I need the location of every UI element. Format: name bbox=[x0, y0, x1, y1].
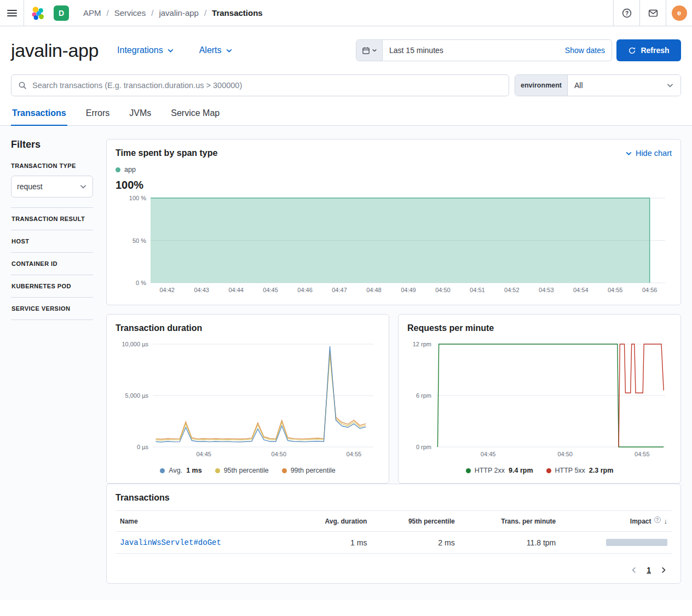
transaction-duration-chart[interactable]: 0 µs5,000 µs10,000 µs04:4504:5004:55 bbox=[116, 341, 380, 460]
page-header: javalin-app Integrations Alerts bbox=[0, 26, 692, 61]
column-impact[interactable]: Impact?↓ bbox=[560, 511, 672, 532]
svg-text:04:51: 04:51 bbox=[470, 287, 485, 293]
legend-dot bbox=[466, 468, 471, 473]
svg-text:5,000 µs: 5,000 µs bbox=[125, 392, 149, 399]
hamburger-icon bbox=[7, 8, 17, 18]
transaction-type-label: TRANSACTION TYPE bbox=[11, 162, 93, 169]
next-page-button[interactable] bbox=[660, 566, 667, 574]
legend-item-p95[interactable]: 95th percentile bbox=[215, 467, 269, 474]
sort-desc-icon: ↓ bbox=[664, 517, 668, 525]
show-dates-button[interactable]: Show dates bbox=[558, 46, 612, 55]
table-header-row: Name Avg. duration 95th percentile Trans… bbox=[116, 511, 672, 532]
legend-item-p99[interactable]: 99th percentile bbox=[282, 467, 336, 474]
search-transactions-input[interactable] bbox=[31, 80, 502, 90]
hide-chart-button[interactable]: Hide chart bbox=[625, 149, 672, 158]
chevron-down-icon bbox=[167, 47, 174, 54]
legend-dot bbox=[160, 468, 165, 473]
requests-per-minute-legend: HTTP 2xx 9.4 rpm HTTP 5xx 2.3 rpm bbox=[407, 467, 672, 474]
svg-text:04:50: 04:50 bbox=[435, 287, 451, 293]
legend-item-http-5xx[interactable]: HTTP 5xx 2.3 rpm bbox=[546, 467, 614, 474]
tab-service-map[interactable]: Service Map bbox=[170, 107, 221, 126]
filter-service-version[interactable]: SERVICE VERSION bbox=[11, 298, 93, 319]
filter-kubernetes-pod[interactable]: KUBERNETES POD bbox=[11, 275, 93, 297]
svg-text:04:49: 04:49 bbox=[401, 287, 416, 293]
svg-text:04:45: 04:45 bbox=[263, 287, 278, 293]
time-range-value[interactable]: Last 15 minutes bbox=[383, 46, 558, 55]
requests-per-minute-chart[interactable]: 0 rpm6 rpm12 rpm04:4504:5004:55 bbox=[407, 341, 672, 460]
menu-toggle-button[interactable] bbox=[0, 0, 24, 26]
previous-page-button[interactable] bbox=[630, 566, 638, 574]
integrations-menu[interactable]: Integrations bbox=[117, 45, 174, 55]
column-avg-duration[interactable]: Avg. duration bbox=[291, 511, 372, 532]
chevron-down-icon bbox=[372, 48, 377, 53]
svg-text:04:55: 04:55 bbox=[635, 451, 650, 457]
quick-select-menu-button[interactable] bbox=[356, 40, 383, 61]
p95-value: 2 ms bbox=[371, 532, 459, 554]
chevron-down-icon bbox=[625, 150, 632, 157]
legend-item-http-2xx[interactable]: HTTP 2xx 9.4 rpm bbox=[466, 467, 533, 474]
requests-per-minute-title: Requests per minute bbox=[407, 323, 672, 333]
svg-text:0 rpm: 0 rpm bbox=[416, 444, 431, 450]
space-switcher[interactable]: D bbox=[51, 0, 71, 26]
page-number-current[interactable]: 1 bbox=[647, 566, 651, 574]
span-type-panel: Time spent by span type Hide chart app 1… bbox=[106, 139, 681, 305]
filters-sidebar: Filters TRANSACTION TYPE request TRANSAC… bbox=[11, 139, 93, 320]
legend-item-avg[interactable]: Avg. 1 ms bbox=[160, 467, 201, 474]
alerts-menu[interactable]: Alerts bbox=[199, 45, 233, 55]
legend-dot bbox=[116, 167, 120, 172]
svg-text:10,000 µs: 10,000 µs bbox=[122, 341, 148, 347]
environment-filter: environment All bbox=[515, 74, 681, 96]
svg-text:100 %: 100 % bbox=[129, 195, 146, 201]
svg-text:04:45: 04:45 bbox=[196, 451, 211, 457]
breadcrumb-services[interactable]: Services bbox=[101, 8, 146, 18]
filter-container-id[interactable]: CONTAINER ID bbox=[11, 253, 93, 275]
legend-dot bbox=[282, 468, 287, 473]
svg-text:04:50: 04:50 bbox=[272, 451, 287, 457]
search-box bbox=[11, 74, 509, 96]
help-menu-button[interactable]: ? bbox=[613, 0, 639, 26]
svg-text:04:50: 04:50 bbox=[557, 451, 573, 457]
impact-bar bbox=[606, 539, 667, 546]
filter-host[interactable]: HOST bbox=[11, 230, 93, 252]
svg-text:0 µs: 0 µs bbox=[137, 444, 149, 450]
mail-icon bbox=[648, 8, 658, 18]
span-type-legend[interactable]: app bbox=[116, 166, 672, 173]
environment-select[interactable]: All bbox=[568, 75, 681, 96]
svg-text:04:48: 04:48 bbox=[366, 287, 382, 293]
svg-text:50 %: 50 % bbox=[132, 237, 146, 244]
tab-transactions[interactable]: Transactions bbox=[11, 107, 67, 126]
page-title: javalin-app bbox=[11, 40, 99, 61]
refresh-button[interactable]: Refresh bbox=[616, 39, 681, 61]
avg-duration-value: 1 ms bbox=[291, 532, 372, 554]
elastic-logo[interactable] bbox=[24, 0, 51, 26]
breadcrumb-apm[interactable]: APM bbox=[83, 8, 101, 18]
svg-text:04:55: 04:55 bbox=[608, 287, 623, 293]
column-95th-percentile[interactable]: 95th percentile bbox=[371, 511, 459, 532]
column-name[interactable]: Name bbox=[116, 511, 291, 532]
pagination: 1 bbox=[116, 566, 672, 574]
date-picker: Last 15 minutes Show dates bbox=[356, 39, 612, 61]
tab-errors[interactable]: Errors bbox=[85, 107, 111, 126]
transaction-link[interactable]: JavalinWsServlet#doGet bbox=[120, 538, 221, 547]
transaction-duration-title: Transaction duration bbox=[116, 323, 380, 333]
span-type-chart[interactable]: 0 %50 %100 %04:4204:4304:4404:4504:4604:… bbox=[116, 195, 672, 296]
newsfeed-button[interactable] bbox=[639, 0, 666, 26]
chevron-right-icon bbox=[660, 566, 667, 574]
table-row: JavalinWsServlet#doGet 1 ms 2 ms 11.8 tp… bbox=[116, 532, 672, 554]
transaction-type-select[interactable]: request bbox=[11, 176, 93, 197]
tab-jvms[interactable]: JVMs bbox=[128, 107, 152, 126]
filter-transaction-result[interactable]: TRANSACTION RESULT bbox=[11, 208, 93, 230]
column-trans-per-minute[interactable]: Trans. per minute bbox=[459, 511, 561, 532]
legend-label: app bbox=[124, 166, 136, 173]
search-row: environment All bbox=[0, 61, 692, 96]
breadcrumb-service-name[interactable]: javalin-app bbox=[146, 8, 199, 18]
svg-text:04:56: 04:56 bbox=[642, 287, 658, 293]
avatar: e bbox=[672, 5, 687, 21]
top-navigation-bar: D APM Services javalin-app Transactions … bbox=[0, 0, 692, 26]
svg-text:04:47: 04:47 bbox=[332, 287, 347, 293]
user-menu-button[interactable]: e bbox=[666, 0, 692, 26]
svg-text:?: ? bbox=[625, 10, 628, 16]
span-type-title: Time spent by span type bbox=[116, 148, 217, 158]
info-icon[interactable]: ? bbox=[654, 516, 661, 523]
help-icon: ? bbox=[622, 8, 632, 18]
